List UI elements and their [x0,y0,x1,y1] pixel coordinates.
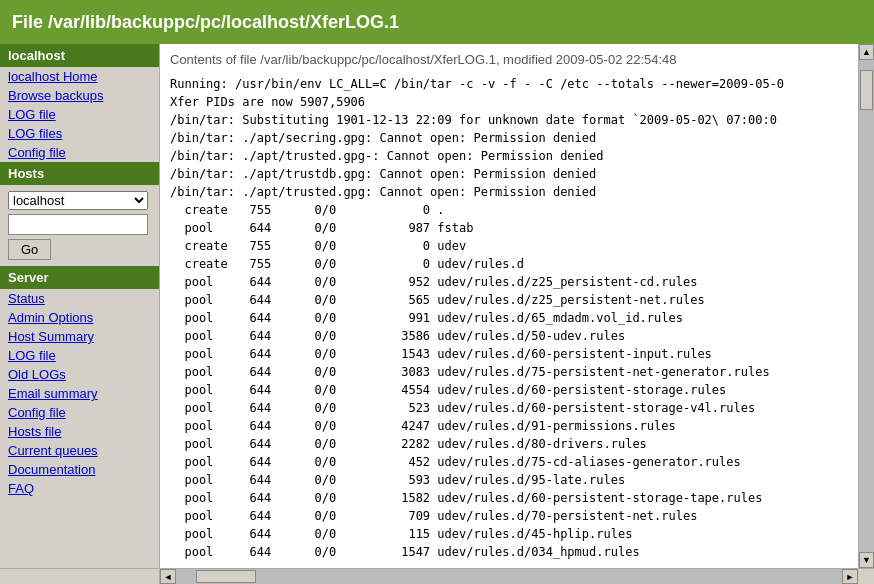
scroll-down-button[interactable]: ▼ [859,552,874,568]
localhost-section-header: localhost [0,44,159,67]
sidebar-link-config-file[interactable]: Config file [0,143,159,162]
sidebar-link-admin-options[interactable]: Admin Options [0,308,159,327]
go-button[interactable]: Go [8,239,51,260]
sidebar: localhost localhost Home Browse backups … [0,44,160,568]
sidebar-link-status[interactable]: Status [0,289,159,308]
sidebar-link-server-config-file[interactable]: Config file [0,403,159,422]
host-selector-area: localhost Go [0,185,159,266]
sidebar-link-email-summary[interactable]: Email summary [0,384,159,403]
search-input[interactable] [8,214,148,235]
server-section-header: Server [0,266,159,289]
bottom-scrollbar-bar: ◄ ► [0,568,874,584]
hscroll-track[interactable] [176,569,842,584]
sidebar-link-browse-backups[interactable]: Browse backups [0,86,159,105]
scroll-track[interactable] [859,60,874,552]
file-content: Running: /usr/bin/env LC_ALL=C /bin/tar … [170,75,848,561]
sidebar-link-host-summary[interactable]: Host Summary [0,327,159,346]
vertical-scrollbar: ▲ ▼ [858,44,874,568]
sidebar-link-current-queues[interactable]: Current queues [0,441,159,460]
scroll-right-button[interactable]: ► [842,569,858,584]
hosts-section-header: Hosts [0,162,159,185]
page-title: File /var/lib/backuppc/pc/localhost/Xfer… [12,12,399,33]
sidebar-link-localhost-home[interactable]: localhost Home [0,67,159,86]
scroll-thumb[interactable] [860,70,873,110]
sidebar-link-log-files[interactable]: LOG files [0,124,159,143]
content-area[interactable]: Contents of file /var/lib/backuppc/pc/lo… [160,44,858,568]
sidebar-link-old-logs[interactable]: Old LOGs [0,365,159,384]
title-bar: File /var/lib/backuppc/pc/localhost/Xfer… [0,0,874,44]
sidebar-link-log-file[interactable]: LOG file [0,105,159,124]
sidebar-link-hosts-file[interactable]: Hosts file [0,422,159,441]
host-dropdown[interactable]: localhost [8,191,148,210]
file-info: Contents of file /var/lib/backuppc/pc/lo… [170,52,848,67]
sidebar-link-faq[interactable]: FAQ [0,479,159,498]
scroll-left-button[interactable]: ◄ [160,569,176,584]
scroll-up-button[interactable]: ▲ [859,44,874,60]
sidebar-link-server-log-file[interactable]: LOG file [0,346,159,365]
hscroll-thumb[interactable] [196,570,256,583]
sidebar-link-documentation[interactable]: Documentation [0,460,159,479]
